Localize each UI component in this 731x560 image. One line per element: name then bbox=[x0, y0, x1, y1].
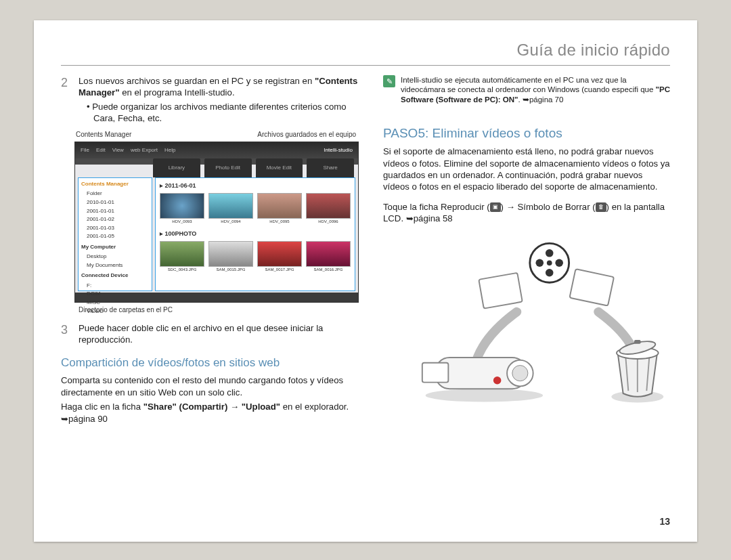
page-number: 13 bbox=[659, 516, 670, 527]
text: ) → Símbolo de Borrar ( bbox=[501, 202, 596, 212]
sidebar-header: My Computer bbox=[81, 244, 149, 251]
sidebar-item: F: bbox=[81, 282, 149, 290]
intelli-studio-screenshot: File Edit View web Export Help Intelli-s… bbox=[74, 142, 359, 303]
thumb-caption: SAM_0016.JPG bbox=[306, 267, 351, 273]
video-thumb bbox=[160, 193, 204, 219]
thumb-row: SDC_0043.JPG SAM_0015.JPG SAM_0017.JPG S… bbox=[160, 241, 351, 273]
info-note: ✎ Intelli-studio se ejecuta automáticame… bbox=[383, 75, 670, 104]
app-tabs: Library Photo Edit Movie Edit Share bbox=[153, 158, 354, 177]
sidebar-item: 2010-01-01 bbox=[81, 198, 149, 207]
svg-rect-7 bbox=[569, 269, 614, 305]
note-text: Intelli-studio se ejecuta automáticament… bbox=[401, 75, 670, 104]
sidebar-item: MISC bbox=[81, 299, 149, 307]
photo-thumb bbox=[257, 241, 302, 267]
tab: Share bbox=[307, 158, 354, 177]
two-column-layout: 2 Los nuevos archivos se guardan en el P… bbox=[61, 75, 670, 425]
sidebar-item: 2001-01-03 bbox=[81, 224, 149, 233]
video-thumb bbox=[208, 193, 253, 219]
callout-left: Contents Manager bbox=[76, 130, 131, 139]
thumb-caption: HDV_0095 bbox=[257, 219, 302, 225]
menu-item: View bbox=[112, 147, 124, 154]
video-thumb bbox=[257, 193, 302, 219]
folder-header: ▸ 100PHOTO bbox=[160, 230, 351, 238]
step5-heading: PASO5: Eliminar vídeos o fotos bbox=[383, 125, 670, 142]
text: Los nuevos archivos se guardan en el PC … bbox=[79, 76, 315, 86]
svg-point-4 bbox=[555, 259, 563, 267]
sidebar-item: Folder bbox=[81, 190, 149, 198]
sidebar-header: Connected Device bbox=[81, 272, 149, 280]
note-icon: ✎ bbox=[383, 75, 395, 87]
sidebar-item: VIDEO bbox=[81, 307, 149, 316]
step-3: 3 Puede hacer doble clic en el archivo e… bbox=[61, 322, 359, 346]
page-ref: ➥página 90 bbox=[61, 414, 108, 424]
app-title: Intelli-studio bbox=[324, 147, 353, 154]
video-thumb bbox=[306, 193, 351, 219]
svg-point-15 bbox=[493, 376, 502, 385]
step-body: Los nuevos archivos se guardan en el PC … bbox=[79, 75, 359, 125]
header-divider bbox=[61, 65, 670, 66]
step5-instruction: Toque la ficha Reproducir (▣) → Símbolo … bbox=[383, 201, 670, 225]
step-2: 2 Los nuevos archivos se guardan en el P… bbox=[61, 75, 359, 125]
thumb-caption: SAM_0017.JPG bbox=[257, 267, 302, 273]
callout-right: Archivos guardados en el equipo bbox=[257, 130, 356, 139]
text: . ➥página 70 bbox=[518, 95, 564, 104]
thumb-caption: HDV_0094 bbox=[208, 219, 253, 225]
thumb-caption: SAM_0015.JPG bbox=[208, 267, 253, 273]
text: en el explorador. bbox=[280, 402, 349, 412]
svg-point-3 bbox=[535, 259, 544, 267]
thumb-caption: HDV_0096 bbox=[306, 219, 351, 225]
delete-illustration bbox=[383, 237, 670, 406]
date-text: 2011-06-01 bbox=[165, 182, 196, 189]
photo-thumb bbox=[306, 241, 351, 267]
sidebar-item: 2001-01-01 bbox=[81, 207, 149, 216]
sidebar-item: 2001-01-05 bbox=[81, 232, 149, 241]
thumb-caption: HDV_0093 bbox=[160, 219, 204, 225]
sidebar-item: Desktop bbox=[81, 253, 149, 261]
thumb-row: HDV_0093 HDV_0094 HDV_0095 HDV_0096 bbox=[160, 193, 351, 225]
svg-point-2 bbox=[546, 269, 554, 277]
share-paragraph: Comparta su contenido con el resto del m… bbox=[61, 374, 359, 398]
sidebar-header: Contents Manager bbox=[81, 181, 149, 188]
app-menubar: File Edit View web Export Help Intelli-s… bbox=[75, 142, 358, 158]
sidebar-item: My Documents bbox=[81, 261, 149, 270]
svg-rect-22 bbox=[634, 340, 641, 344]
text: en el programa Intelli-studio. bbox=[119, 87, 234, 98]
text: Haga clic en la ficha bbox=[61, 402, 143, 412]
svg-point-1 bbox=[546, 249, 554, 257]
date-header: ▸ 2011-06-01 bbox=[160, 182, 351, 190]
share-instruction: Haga clic en la ficha "Share" (Compartir… bbox=[61, 401, 359, 425]
sidebar-panel: Contents Manager Folder 2010-01-01 2001-… bbox=[78, 177, 152, 291]
share-heading: Compartición de vídeos/fotos en sitios w… bbox=[61, 356, 359, 370]
sidebar-item: DCIM bbox=[81, 290, 149, 299]
step-number: 3 bbox=[61, 322, 72, 346]
menu-item: web Export bbox=[131, 147, 158, 154]
play-tab-icon: ▣ bbox=[490, 202, 501, 212]
folder-text: 100PHOTO bbox=[165, 230, 197, 237]
page-title: Guía de inicio rápido bbox=[61, 41, 670, 60]
svg-point-5 bbox=[547, 260, 552, 265]
delete-icon: 🗑 bbox=[596, 202, 606, 212]
photo-thumb bbox=[160, 241, 204, 267]
step5-paragraph: Si el soporte de almacenamiento está lle… bbox=[383, 146, 670, 193]
bullet-item: Puede organizar los archivos mediante di… bbox=[87, 101, 359, 125]
svg-point-13 bbox=[512, 365, 528, 381]
menu-item: Help bbox=[164, 147, 175, 154]
thumb-caption: SDC_0043.JPG bbox=[160, 267, 204, 273]
svg-rect-6 bbox=[479, 273, 522, 309]
text: Intelli-studio se ejecuta automáticament… bbox=[401, 76, 656, 93]
tab: Movie Edit bbox=[256, 158, 303, 177]
sidebar-item: 2001-01-02 bbox=[81, 215, 149, 224]
tab: Photo Edit bbox=[204, 158, 252, 177]
thumbnails-panel: ▸ 2011-06-01 HDV_0093 HDV_0094 HDV_0095 … bbox=[155, 177, 355, 291]
svg-rect-14 bbox=[422, 362, 449, 382]
left-column: 2 Los nuevos archivos se guardan en el P… bbox=[61, 75, 359, 425]
svg-point-10 bbox=[426, 389, 543, 402]
step-body: Puede hacer doble clic en el archivo en … bbox=[79, 322, 359, 346]
menu-item: Edit bbox=[96, 147, 106, 154]
photo-thumb bbox=[208, 241, 253, 267]
step-number: 2 bbox=[61, 75, 72, 125]
bold-text: "Share" (Compartir) → "Upload" bbox=[143, 402, 280, 412]
text: Toque la ficha Reproducir ( bbox=[383, 202, 490, 212]
menu-item: File bbox=[81, 147, 89, 154]
tab: Library bbox=[153, 158, 200, 177]
